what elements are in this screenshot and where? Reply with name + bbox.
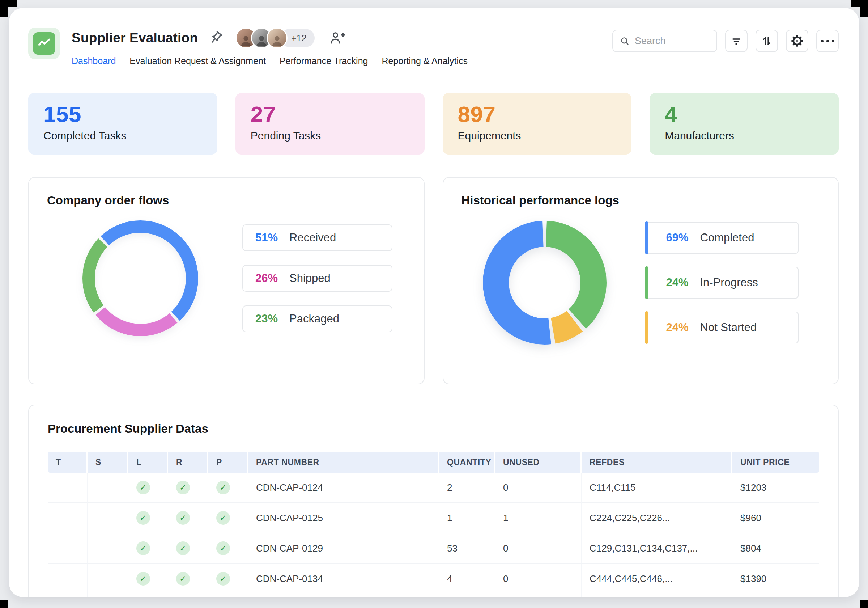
cell-part-number: CDN-CAP-0124: [248, 473, 439, 503]
legend-percentage: 69%: [666, 231, 700, 244]
sort-button[interactable]: [755, 30, 778, 52]
cell-unused: 0: [495, 564, 581, 594]
cell-unused: 0: [495, 473, 581, 503]
table-row: ✓✓✓CDN-CAP-013440C444,C445,C446,...$1390: [48, 564, 819, 594]
corner-mark: [860, 600, 868, 608]
corner-mark: [0, 0, 8, 17]
cell-quantity: 4: [439, 564, 495, 594]
cell-s: [88, 594, 129, 597]
sort-icon: [761, 35, 773, 47]
header: Supplier Evaluation: [9, 8, 859, 66]
more-icon: [821, 40, 834, 42]
cell-r-status: ✓: [168, 594, 208, 597]
cell-refdes: C444,C445,C446,...: [581, 564, 732, 594]
cell-p-status: ✓: [208, 594, 248, 597]
cell-quantity: 53: [439, 533, 495, 564]
corner-mark: [0, 600, 8, 608]
legend-label: Received: [289, 231, 336, 244]
table-row: ✓✓✓CDN-CAP-012511C224,C225,C226...$960: [48, 503, 819, 533]
cell-unit-price: $960: [732, 503, 819, 533]
pin-icon[interactable]: [207, 30, 224, 46]
stat-card-pending-tasks: 27Pending Tasks: [236, 93, 425, 154]
person-add-icon[interactable]: [329, 30, 345, 46]
legend-item-not-started: 24%Not Started: [645, 312, 798, 344]
legend-percentage: 24%: [666, 276, 700, 289]
legend-percentage: 26%: [255, 272, 289, 285]
cell-s: [88, 564, 129, 594]
cell-quantity: 12: [439, 594, 495, 597]
cell-t: [48, 503, 88, 533]
performance-logs-card: Historical performance logs 69%Completed…: [443, 177, 839, 384]
cell-r-status: ✓: [168, 533, 208, 564]
search-icon: [620, 36, 630, 46]
cell-s: [88, 503, 129, 533]
performance-logs-donut: [479, 217, 611, 348]
cell-quantity: 2: [439, 473, 495, 503]
cell-unit-price: $1813: [732, 594, 819, 597]
chart-body: 51%Received26%Shipped23%Packaged: [47, 217, 406, 340]
checkmark-icon: ✓: [216, 541, 230, 555]
gear-icon: [790, 34, 804, 47]
table-header-row: TSLRPPART NUMBERQUANTITYUNUSEDREFDESUNIT…: [48, 452, 819, 473]
title-row: Supplier Evaluation: [71, 28, 468, 48]
chart-title: Company order flows: [47, 194, 406, 207]
cell-s: [88, 473, 129, 503]
column-header-p: P: [208, 452, 248, 473]
order-flows-card: Company order flows 51%Received26%Shippe…: [28, 177, 425, 384]
cell-t: [48, 533, 88, 564]
search-input[interactable]: [634, 35, 710, 47]
filter-icon: [730, 35, 742, 47]
table-row: ✓✓✓CDN-CAP-0136122C464,C465,C466...$1813: [48, 594, 819, 597]
avatar-group: +12: [236, 28, 314, 48]
cell-l-status: ✓: [129, 564, 168, 594]
checkmark-icon: ✓: [216, 480, 230, 494]
legend-item-in-progress: 24%In-Progress: [645, 267, 798, 299]
stat-value: 155: [43, 103, 202, 127]
legend-label: Shipped: [289, 272, 330, 285]
more-button[interactable]: [816, 30, 839, 52]
legend-item-completed: 69%Completed: [645, 222, 798, 254]
tab-dashboard[interactable]: Dashboard: [71, 56, 116, 66]
cell-refdes: C129,C131,C134,C137,...: [581, 533, 732, 564]
cell-unused: 2: [495, 594, 581, 597]
column-header-quantity: QUANTITY: [439, 452, 495, 473]
legend-item-shipped: 26%Shipped: [242, 265, 392, 292]
stat-value: 4: [665, 103, 823, 127]
cell-l-status: ✓: [129, 533, 168, 564]
checkmark-icon: ✓: [136, 480, 150, 494]
app-window: Supplier Evaluation: [9, 8, 859, 597]
page-title: Supplier Evaluation: [71, 30, 198, 46]
performance-logs-legend: 69%Completed24%In-Progress24%Not Started: [645, 222, 798, 344]
cell-quantity: 1: [439, 503, 495, 533]
checkmark-icon: ✓: [136, 541, 150, 555]
legend-percentage: 51%: [255, 231, 289, 244]
cell-r-status: ✓: [168, 503, 208, 533]
search-box[interactable]: [612, 30, 717, 52]
tab-performance-tracking[interactable]: Performance Tracking: [280, 56, 368, 66]
header-divider: [9, 76, 859, 76]
cell-p-status: ✓: [208, 533, 248, 564]
tab-reporting-analytics[interactable]: Reporting & Analytics: [381, 56, 468, 66]
avatar[interactable]: [267, 28, 288, 48]
legend-accent-bar: [645, 266, 648, 299]
stat-card-completed-tasks: 155Completed Tasks: [28, 93, 217, 154]
legend-label: Not Started: [700, 321, 757, 334]
checkmark-icon: ✓: [176, 572, 190, 586]
legend-label: Packaged: [289, 313, 339, 325]
cell-part-number: CDN-CAP-0129: [248, 533, 439, 564]
tab-evaluation-request-assignment[interactable]: Evaluation Request & Assignment: [129, 56, 266, 66]
order-flows-donut: [79, 217, 202, 340]
stat-cards: 155Completed Tasks27Pending Tasks897Equi…: [9, 93, 859, 154]
settings-button[interactable]: [786, 30, 808, 52]
cell-part-number: CDN-CAP-0136: [248, 594, 439, 597]
header-title-block: Supplier Evaluation: [71, 28, 468, 66]
filter-button[interactable]: [725, 30, 747, 52]
order-flows-legend: 51%Received26%Shipped23%Packaged: [242, 224, 392, 332]
legend-item-received: 51%Received: [242, 224, 392, 251]
cell-part-number: CDN-CAP-0134: [248, 564, 439, 594]
trend-logo-icon: [33, 32, 55, 54]
cell-s: [88, 533, 129, 564]
stat-card-equipements: 897Equipements: [443, 93, 632, 154]
checkmark-icon: ✓: [136, 572, 150, 586]
cell-t: [48, 594, 88, 597]
